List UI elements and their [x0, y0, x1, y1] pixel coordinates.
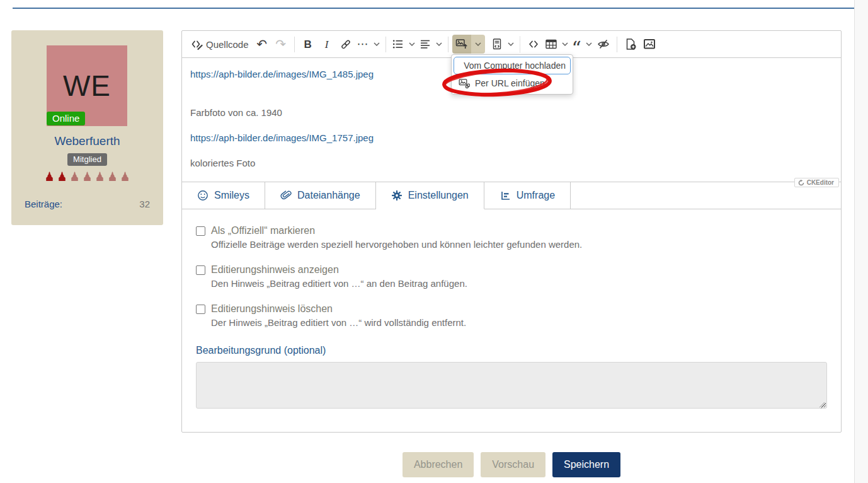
chevron-down-icon	[508, 42, 514, 46]
username-link[interactable]: Weberfuerth	[11, 134, 163, 148]
option-checkbox-row[interactable]: Editierungshinweis löschen	[196, 303, 827, 315]
option-label[interactable]: Editierungshinweis löschen	[211, 303, 333, 315]
editor-tab-bar: Smileys Dateianhänge Einstellungen Umfra…	[182, 182, 841, 209]
option-checkbox-row[interactable]: Als „Offiziell“ markieren	[196, 225, 827, 236]
option-show-edit-note: Editierungshinweis anzeigen Den Hinweis …	[196, 264, 827, 289]
table-button[interactable]	[543, 35, 570, 54]
option-description: Den Hinweis „Beitrag editiert von …“ an …	[211, 278, 827, 289]
posts-count-label[interactable]: Beiträge:	[25, 199, 62, 209]
smiley-icon	[197, 190, 208, 201]
toolbar-separator	[294, 37, 295, 52]
checkbox[interactable]	[196, 265, 205, 275]
media-icon	[643, 38, 656, 50]
insert-image-dropdown-menu: Vom Computer hochladen Per URL einfügen	[451, 54, 573, 95]
image-url-icon	[459, 78, 470, 89]
chevron-down-icon	[586, 42, 592, 46]
church-rank-icon	[107, 172, 118, 181]
ckeditor-logo-icon	[798, 180, 804, 186]
alignment-icon	[419, 38, 431, 50]
source-code-button[interactable]: Quellcode	[186, 35, 253, 54]
settings-panel: Als „Offiziell“ markieren Offizielle Bei…	[182, 209, 841, 411]
blockquote-button[interactable]: “	[570, 35, 594, 54]
tab-attachments[interactable]: Dateianhänge	[265, 182, 376, 209]
tab-poll[interactable]: Umfrage	[484, 182, 571, 209]
page-scrollbar[interactable]	[854, 0, 868, 483]
insert-image-dropdown-toggle[interactable]	[471, 35, 485, 54]
italic-button[interactable]: I	[317, 35, 336, 54]
cancel-button[interactable]: Abbrechen	[403, 452, 474, 477]
undo-button[interactable]: ↶	[253, 35, 271, 54]
online-status-badge: Online	[47, 112, 85, 125]
ckeditor-brand-badge[interactable]: CKEditor	[794, 178, 839, 187]
spoiler-button[interactable]	[594, 35, 613, 54]
menu-item-label: Vom Computer hochladen	[464, 61, 566, 71]
bold-icon: B	[304, 39, 311, 50]
preview-button[interactable]: Vorschau	[481, 452, 545, 477]
option-description: Offizielle Beiträge werden speziell herv…	[211, 239, 827, 250]
alignment-button[interactable]	[417, 35, 444, 54]
bullet-list-button[interactable]	[390, 35, 417, 54]
italic-icon: I	[325, 39, 329, 50]
church-rank-icon	[120, 172, 130, 181]
chevron-down-icon	[475, 42, 481, 46]
church-rank-icon	[94, 172, 105, 181]
save-button[interactable]: Speichern	[552, 452, 620, 477]
insert-template-button[interactable]	[489, 35, 516, 54]
source-code-label: Quellcode	[206, 39, 249, 50]
redo-button[interactable]: ↷	[271, 35, 290, 54]
tab-label: Dateianhänge	[297, 190, 360, 201]
insert-image-button[interactable]	[452, 35, 471, 54]
more-options-button[interactable]: ⋯	[355, 35, 382, 54]
link-button[interactable]	[336, 35, 355, 54]
tab-settings[interactable]: Einstellungen	[376, 182, 484, 209]
menu-item-upload-from-computer[interactable]: Vom Computer hochladen	[454, 57, 571, 74]
chevron-down-icon	[562, 42, 568, 46]
edit-reason-textarea[interactable]	[196, 362, 827, 409]
rank-icons-row	[11, 172, 163, 181]
option-checkbox-row[interactable]: Editierungshinweis anzeigen	[196, 264, 827, 276]
poll-icon	[500, 190, 511, 201]
menu-item-label: Per URL einfügen	[475, 78, 545, 88]
blockquote-icon: “	[572, 46, 581, 51]
gear-icon	[391, 190, 403, 201]
option-delete-edit-note: Editierungshinweis löschen Der Hinweis „…	[196, 303, 827, 328]
checkbox[interactable]	[196, 305, 205, 314]
posts-count-value: 32	[139, 199, 150, 209]
menu-item-insert-by-url[interactable]: Per URL einfügen	[454, 74, 571, 92]
option-label[interactable]: Editierungshinweis anzeigen	[211, 264, 339, 276]
toolbar-separator	[617, 37, 617, 52]
more-options-icon: ⋯	[357, 38, 369, 50]
table-icon	[545, 38, 557, 50]
chevron-down-icon	[409, 42, 415, 46]
checkbox[interactable]	[196, 226, 205, 236]
attach-file-icon	[624, 38, 637, 50]
insert-image-split-button	[452, 35, 485, 54]
church-rank-icon	[44, 172, 55, 181]
form-action-buttons: Abbrechen Vorschau Speichern	[181, 452, 842, 477]
paperclip-icon	[280, 190, 292, 201]
toolbar-separator	[520, 37, 520, 52]
image-url-link-1[interactable]: https://aph-bilder.de/images/IMG_1485.jp…	[190, 69, 374, 79]
author-sidebar-card: WE Online Weberfuerth Mitglied Beiträge:…	[11, 30, 163, 225]
tab-smileys[interactable]: Smileys	[182, 182, 265, 209]
church-rank-icon	[69, 172, 80, 181]
spoiler-eye-off-icon	[597, 38, 610, 50]
bold-button[interactable]: B	[299, 35, 317, 54]
inline-code-button[interactable]	[524, 35, 543, 54]
insert-template-icon	[491, 38, 503, 50]
option-mark-official: Als „Offiziell“ markieren Offizielle Bei…	[196, 225, 827, 250]
media-button[interactable]	[640, 35, 659, 54]
link-icon	[340, 38, 352, 50]
chevron-down-icon	[374, 42, 380, 46]
attach-file-button[interactable]	[621, 35, 640, 54]
insert-image-icon	[455, 38, 468, 50]
chevron-down-icon	[436, 42, 442, 46]
source-code-icon	[190, 38, 203, 50]
caption-text-2: koloriertes Foto	[190, 157, 833, 170]
option-description: Der Hinweis „Beitrag editiert von …“ wir…	[211, 317, 827, 328]
option-label[interactable]: Als „Offiziell“ markieren	[211, 225, 315, 236]
image-url-link-2[interactable]: https://aph-bilder.de/images/IMG_1757.jp…	[190, 132, 374, 143]
page-top-divider	[13, 8, 854, 9]
tab-label: Einstellungen	[408, 190, 469, 201]
toolbar-separator	[385, 37, 386, 52]
